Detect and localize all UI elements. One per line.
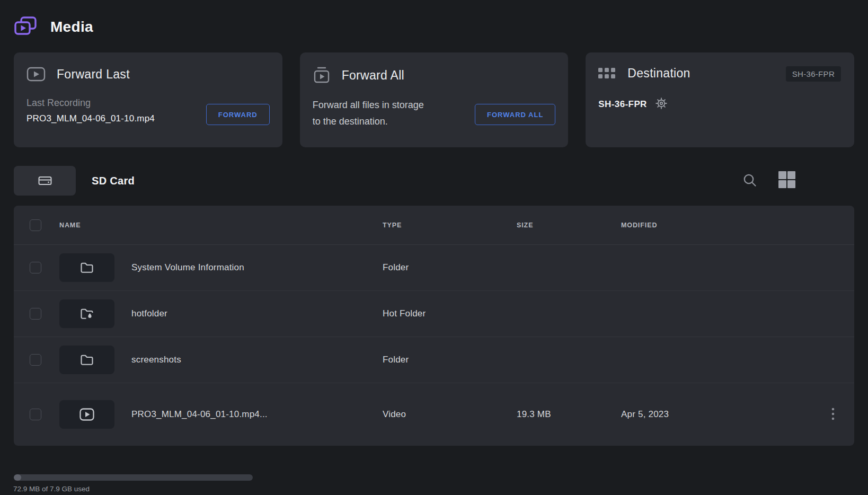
table-header-row: NAME TYPE SIZE MODIFIED xyxy=(14,206,854,245)
table-row[interactable]: hotfolder Hot Folder xyxy=(14,291,854,337)
grid-view-button[interactable] xyxy=(778,171,796,190)
file-thumbnail[interactable] xyxy=(59,253,114,282)
forward-last-card: Forward Last Last Recording PRO3_MLM_04-… xyxy=(14,52,282,147)
destination-settings-button[interactable] xyxy=(655,97,668,111)
destination-badge: SH-36-FPR xyxy=(786,66,841,82)
file-type: Folder xyxy=(383,262,517,273)
row-checkbox[interactable] xyxy=(30,409,41,420)
column-header-type: TYPE xyxy=(383,222,517,229)
file-name: screenshots xyxy=(131,355,181,365)
file-table: NAME TYPE SIZE MODIFIED System Volume In… xyxy=(14,206,854,446)
source-toolbar: SD Card xyxy=(14,166,854,196)
sd-card-source-button[interactable] xyxy=(14,166,76,196)
card-title: Forward All xyxy=(342,68,404,83)
file-name: hotfolder xyxy=(131,308,167,319)
table-row[interactable]: screenshots Folder xyxy=(14,337,854,383)
row-menu-button[interactable] xyxy=(828,404,838,425)
file-type: Folder xyxy=(383,355,517,365)
file-name: System Volume Information xyxy=(131,262,244,273)
video-play-icon xyxy=(79,408,95,421)
storage-usage-text: 72.9 MB of 7.9 GB used xyxy=(13,485,90,493)
folder-icon xyxy=(79,260,94,275)
select-all-checkbox[interactable] xyxy=(30,219,41,231)
page-header: Media xyxy=(0,0,868,38)
row-checkbox[interactable] xyxy=(30,262,41,273)
forward-all-card: Forward All Forward all files in storage… xyxy=(300,52,569,147)
table-row[interactable]: PRO3_MLM_04-06_01-10.mp4... Video 19.3 M… xyxy=(14,383,854,446)
column-header-name: NAME xyxy=(59,222,383,229)
destination-grid-icon xyxy=(598,68,616,79)
file-thumbnail[interactable] xyxy=(59,346,114,374)
card-title: Forward Last xyxy=(57,67,130,82)
file-size: 19.3 MB xyxy=(517,409,621,420)
media-logo-icon xyxy=(14,16,37,38)
file-name: PRO3_MLM_04-06_01-10.mp4... xyxy=(131,409,268,420)
table-row[interactable]: System Volume Information Folder xyxy=(14,245,854,291)
card-title: Destination xyxy=(627,66,690,81)
destination-card: Destination SH-36-FPR SH-36-FPR xyxy=(586,52,854,147)
kebab-icon xyxy=(831,408,835,420)
forward-all-icon xyxy=(313,66,331,84)
column-header-size: SIZE xyxy=(517,222,621,229)
folder-icon xyxy=(79,352,94,367)
sd-card-icon xyxy=(37,173,53,189)
file-thumbnail[interactable] xyxy=(59,400,114,429)
row-checkbox[interactable] xyxy=(30,354,41,366)
file-type: Video xyxy=(383,409,517,420)
gear-icon xyxy=(655,97,668,110)
file-modified: Apr 5, 2023 xyxy=(621,409,811,420)
storage-usage-bar[interactable] xyxy=(14,474,253,481)
page-title: Media xyxy=(50,19,93,36)
grid-view-icon xyxy=(778,171,796,189)
file-thumbnail[interactable] xyxy=(59,299,114,328)
file-type: Hot Folder xyxy=(383,308,517,319)
search-icon xyxy=(742,172,758,188)
forward-button[interactable]: FORWARD xyxy=(206,104,270,125)
forward-all-button[interactable]: FORWARD ALL xyxy=(475,104,555,125)
source-title: SD Card xyxy=(92,175,135,187)
play-screen-icon xyxy=(26,66,46,82)
search-button[interactable] xyxy=(742,172,758,190)
storage-usage-fill xyxy=(14,474,21,481)
column-header-modified: MODIFIED xyxy=(621,222,811,229)
destination-value: SH-36-FPR xyxy=(598,99,646,110)
row-checkbox[interactable] xyxy=(30,308,41,320)
table-body: System Volume Information Folder ho xyxy=(14,245,854,446)
hot-folder-icon xyxy=(79,306,94,321)
forward-all-description: Forward all files in storage to the dest… xyxy=(313,97,472,130)
action-cards: Forward Last Last Recording PRO3_MLM_04-… xyxy=(14,52,854,147)
